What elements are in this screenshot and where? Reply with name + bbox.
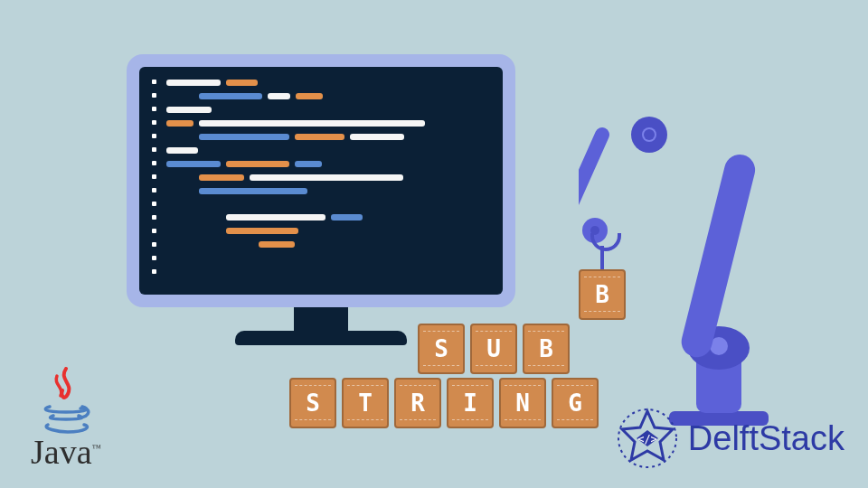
delftstack-icon: </> bbox=[616, 407, 679, 470]
code-lines bbox=[166, 80, 490, 248]
letter-block: G bbox=[552, 378, 599, 428]
crane-wire bbox=[600, 246, 604, 271]
letter-block: R bbox=[394, 378, 441, 428]
letter-block: U bbox=[470, 324, 517, 374]
svg-text:</>: </> bbox=[637, 433, 657, 446]
hanging-block: B bbox=[579, 269, 626, 320]
letter-block-hanging: B bbox=[579, 269, 626, 320]
block-row-bottom: S T R I N G bbox=[289, 378, 599, 428]
monitor-bezel bbox=[127, 54, 515, 307]
block-row-top: S U B bbox=[389, 324, 599, 374]
robotic-crane bbox=[579, 77, 787, 438]
monitor-screen bbox=[139, 67, 503, 295]
letter-block: T bbox=[342, 378, 389, 428]
letter-block: I bbox=[447, 378, 494, 428]
delftstack-logo: </> DelftStack bbox=[616, 407, 844, 470]
delftstack-wordmark: DelftStack bbox=[688, 419, 844, 458]
letter-block: N bbox=[499, 378, 546, 428]
java-wordmark: Java™ bbox=[31, 432, 100, 472]
letter-block: S bbox=[289, 378, 336, 428]
illustration-canvas: B S U B S T R I N G Java™ bbox=[0, 0, 868, 488]
code-monitor bbox=[127, 54, 515, 361]
letter-blocks-stack: S U B S T R I N G bbox=[289, 324, 599, 428]
java-cup-icon bbox=[41, 367, 91, 436]
letter-block: S bbox=[418, 324, 465, 374]
line-number-gutter bbox=[152, 80, 156, 282]
svg-point-8 bbox=[644, 129, 655, 140]
java-logo: Java™ bbox=[31, 367, 100, 472]
letter-block: B bbox=[523, 324, 570, 374]
